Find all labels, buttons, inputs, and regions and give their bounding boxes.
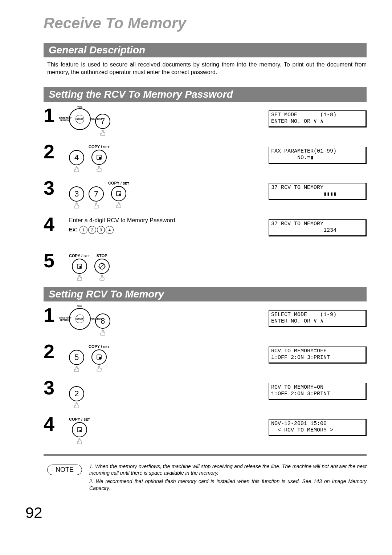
key-digit: 7: [101, 117, 105, 126]
step-number: 1: [44, 305, 69, 325]
svg-line-14: [100, 264, 104, 268]
key-button: COPY / SET: [69, 417, 90, 445]
note-item: 2. We recommend that optional flash memo…: [89, 478, 367, 492]
note-badge: NOTE: [47, 465, 82, 475]
step-row: 4COPY / SETNOV-12-2001 15:00 < RCV TO ME…: [44, 414, 367, 447]
lcd-display: SELECT MODE (1-9) ENTER NO. OR ∨ ∧: [269, 310, 367, 328]
dial-control: VOLDIRECTORY SEARCHFUNCTIONSTART: [69, 108, 91, 130]
lcd-display: NOV-12-2001 15:00 < RCV TO MEMORY >: [269, 419, 367, 437]
step-row: 1VOLDIRECTORY SEARCHFUNCTIONSTART7SET MO…: [44, 105, 367, 138]
step-row: 5COPY / SETSTOP: [44, 251, 367, 283]
key-button: 5: [69, 344, 84, 372]
copy-set-label: COPY / SET: [89, 344, 110, 349]
key-button: COPY / SET: [89, 145, 110, 172]
set-icon: [77, 427, 82, 433]
step-row: 1VOLDIRECTORY SEARCHFUNCTIONSTART8SELECT…: [44, 305, 367, 338]
key-button: 3: [69, 181, 84, 209]
section-setting-heading: Setting RCV To Memory: [44, 287, 367, 301]
svg-rect-11: [79, 266, 81, 268]
dial-control: VOLDIRECTORY SEARCHFUNCTIONSTART: [69, 308, 91, 330]
stop-icon: [98, 262, 106, 270]
svg-rect-27: [79, 430, 81, 432]
step-number: 1: [44, 105, 69, 125]
example-digit: 4: [106, 226, 114, 234]
step-instruction: Enter a 4-digit RCV to Memory Password.: [69, 217, 264, 224]
copy-set-label: COPY / SET: [69, 417, 90, 421]
step-row: 4Enter a 4-digit RCV to Memory Password.…: [44, 214, 367, 247]
svg-rect-23: [99, 357, 101, 359]
step-number: 4: [44, 414, 69, 434]
page-title: Receive To Memory: [44, 15, 367, 32]
svg-rect-3: [99, 157, 101, 159]
step-row: 25COPY / SETRCV TO MEMORY=OFF 1:OFF 2:ON…: [44, 341, 367, 374]
lcd-display: SET MODE (1-8) ENTER NO. OR ∨ ∧: [269, 110, 367, 128]
copy-set-label: COPY / SET: [89, 145, 110, 149]
section-general-heading: General Description: [44, 43, 367, 57]
set-icon: [96, 154, 102, 160]
key-digit: 2: [74, 389, 79, 398]
lcd-display: RCV TO MEMORY=OFF 1:OFF 2:ON 3:PRINT: [269, 347, 367, 364]
step-row: 24COPY / SETFAX PARAMETER(01-99) NO.=▮: [44, 142, 367, 174]
example-digit: 2: [88, 226, 96, 234]
key-button: 7: [89, 181, 104, 209]
step-number: 5: [44, 251, 69, 270]
example-digit: 3: [97, 226, 105, 234]
copy-set-label: COPY / SET: [108, 181, 129, 185]
stop-label: STOP: [97, 254, 107, 258]
note-item: 1. When the memory overflows, the machin…: [89, 463, 367, 477]
step-number: 3: [44, 378, 69, 397]
set-icon: [96, 354, 102, 360]
step-number: 4: [44, 214, 69, 234]
divider: [44, 454, 367, 456]
example-digit: 1: [79, 226, 87, 234]
key-button: COPY / SET: [108, 181, 129, 208]
step-number: 2: [44, 142, 69, 161]
lcd-display: RCV TO MEMORY=ON 1:OFF 2:ON 3:PRINT: [269, 383, 367, 400]
general-description-text: This feature is used to secure all recei…: [47, 61, 367, 76]
example-prefix: Ex:: [69, 226, 77, 232]
key-button: STOP: [94, 254, 110, 281]
note-text: 1. When the memory overflows, the machin…: [89, 463, 367, 494]
step-number: 3: [44, 178, 69, 198]
step-row: 32RCV TO MEMORY=ON 1:OFF 2:ON 3:PRINT: [44, 378, 367, 410]
lcd-display: 37 RCV TO MEMORY 1234: [269, 219, 367, 237]
key-digit: 4: [74, 153, 79, 162]
key-button: 7: [95, 108, 110, 136]
lcd-display: 37 RCV TO MEMORY ▮▮▮▮: [269, 183, 367, 200]
key-digit: 5: [74, 353, 79, 362]
set-icon: [77, 263, 82, 269]
page-number: 92: [25, 504, 367, 522]
step-row: 337COPY / SET37 RCV TO MEMORY ▮▮▮▮: [44, 178, 367, 211]
copy-set-label: COPY / SET: [69, 254, 90, 258]
key-digit: 3: [74, 189, 79, 199]
key-button: 2: [69, 381, 84, 409]
set-icon: [116, 191, 122, 197]
key-digit: 7: [94, 189, 98, 199]
key-button: 8: [95, 308, 110, 336]
section-password-heading: Setting the RCV To Memory Password: [44, 87, 367, 102]
key-button: COPY / SET: [89, 344, 110, 372]
key-button: 4: [69, 145, 84, 173]
svg-rect-8: [119, 194, 121, 195]
step-number: 2: [44, 341, 69, 361]
lcd-display: FAX PARAMETER(01-99) NO.=▮: [269, 147, 367, 164]
key-digit: 8: [101, 316, 105, 326]
key-button: COPY / SET: [69, 254, 90, 281]
